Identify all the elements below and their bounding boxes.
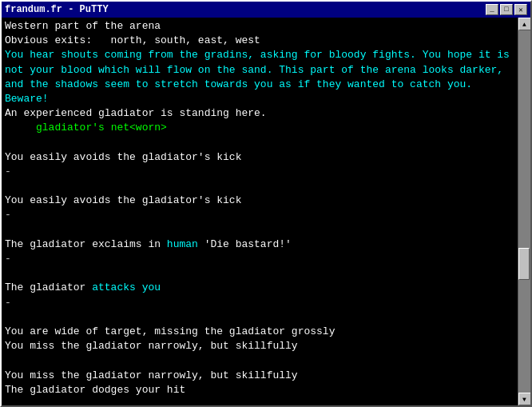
- title-bar: frandum.fr - PuTTY _ □ ✕: [2, 2, 530, 18]
- terminal-line: You miss the gladiator narrowly, but ski…: [5, 339, 514, 353]
- scroll-up-button[interactable]: ▲: [518, 18, 531, 30]
- terminal-line: [5, 353, 514, 368]
- terminal-line: You hear shouts coming from the gradins,…: [5, 48, 514, 106]
- terminal-line: An experienced gladiator is standing her…: [5, 106, 514, 121]
- window-title: frandum.fr - PuTTY: [5, 4, 109, 15]
- terminal-line: The gladiator attacks you: [5, 281, 514, 295]
- scroll-track[interactable]: [518, 30, 531, 393]
- terminal-line: -: [5, 296, 514, 310]
- minimize-button[interactable]: _: [486, 4, 498, 15]
- terminal-line: [5, 136, 514, 150]
- terminal-line: [5, 179, 514, 194]
- terminal-area: Western part of the arena Obvious exits:…: [2, 18, 530, 405]
- terminal-line: Western part of the arena: [5, 19, 514, 34]
- terminal-line: You are wide of target, missing the glad…: [5, 325, 514, 339]
- scrollbar[interactable]: ▲ ▼: [518, 18, 530, 405]
- scroll-thumb[interactable]: [518, 248, 530, 280]
- terminal-line: -: [5, 165, 514, 179]
- terminal-line: [5, 266, 514, 281]
- terminal-line: The gladiator exclaims in human 'Die bas…: [5, 237, 514, 252]
- window: frandum.fr - PuTTY _ □ ✕ Western part of…: [0, 0, 532, 407]
- terminal-line: Obvious exits: north, south, east, west: [5, 34, 514, 48]
- window-controls: _ □ ✕: [486, 4, 527, 15]
- terminal-line: -: [5, 208, 514, 222]
- terminal-line: [5, 397, 514, 405]
- terminal-line: The gladiator dodges your hit: [5, 383, 514, 397]
- maximize-button[interactable]: □: [500, 4, 513, 15]
- scroll-down-button[interactable]: ▼: [518, 393, 531, 405]
- terminal-output[interactable]: Western part of the arena Obvious exits:…: [2, 18, 518, 405]
- terminal-line: -: [5, 252, 514, 266]
- close-button[interactable]: ✕: [514, 4, 527, 15]
- terminal-line: gladiator's net<worn>: [5, 121, 514, 135]
- terminal-line: [5, 223, 514, 237]
- terminal-line: [5, 310, 514, 325]
- terminal-line: You easily avoids the gladiator's kick: [5, 194, 514, 208]
- terminal-line: You miss the gladiator narrowly, but ski…: [5, 369, 514, 383]
- terminal-line: You easily avoids the gladiator's kick: [5, 150, 514, 165]
